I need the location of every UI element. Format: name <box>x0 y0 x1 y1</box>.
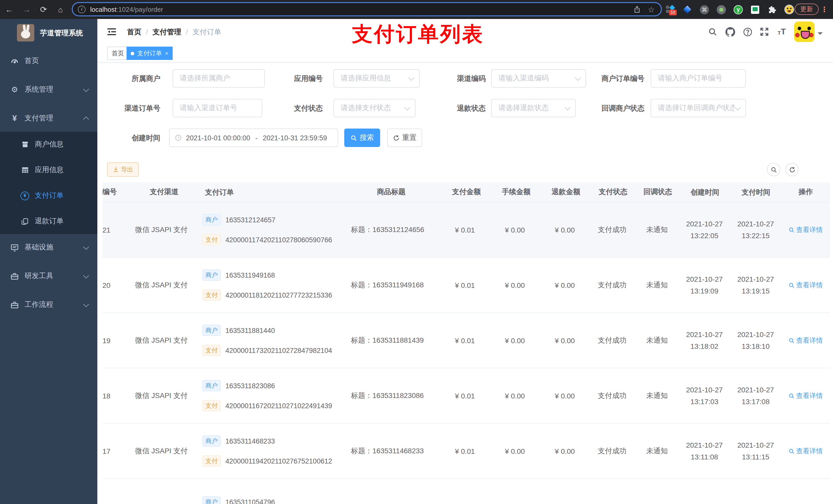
col-id: 编号 <box>99 188 128 197</box>
col-pay-order: 支付订单 <box>200 182 340 202</box>
col-paid: 支付时间 <box>731 186 782 198</box>
dashboard-icon <box>10 56 19 65</box>
extension-badge-icon[interactable]: 10 <box>666 5 675 14</box>
chevron-down-icon <box>83 272 89 279</box>
search-icon[interactable] <box>708 27 718 37</box>
channel-code-select[interactable]: 请输入渠道编码 <box>491 69 586 88</box>
clock-icon <box>175 134 182 141</box>
col-pay-status: 支付状态 <box>590 188 636 197</box>
fee-amount: ¥ 0.00 <box>489 336 541 344</box>
channel-order-input[interactable]: 请输入渠道订单号 <box>173 99 262 117</box>
view-detail-link[interactable]: 查看详情 <box>788 281 823 290</box>
sidebar-item-payment[interactable]: ¥ 支付管理 <box>0 105 97 131</box>
fullscreen-icon[interactable] <box>759 27 769 37</box>
search-button[interactable]: 搜索 <box>344 128 380 147</box>
created-time: 2021-10-2713:18:02 <box>679 329 730 352</box>
browser-home-icon[interactable]: ⌂ <box>55 5 66 14</box>
avatar-caret-icon[interactable] <box>818 32 823 38</box>
view-detail-link[interactable]: 查看详情 <box>788 225 823 234</box>
refund-status-select[interactable]: 请选择退款状态 <box>491 99 576 117</box>
reset-button[interactable]: 重置 <box>387 128 422 147</box>
breadcrumb-home[interactable]: 首页 <box>127 28 141 37</box>
extension-kite-icon[interactable] <box>683 5 692 14</box>
product-title: 标题：1635312124656 <box>338 225 441 234</box>
sidebar-item-home[interactable]: 首页 <box>0 48 97 74</box>
tag-pay-order[interactable]: 支付订单× <box>126 47 173 60</box>
toggle-search-button[interactable] <box>767 163 780 176</box>
notify-status: 未通知 <box>635 447 679 456</box>
profile-emoji-avatar[interactable] <box>784 5 794 14</box>
sidebar-item-label: 基础设施 <box>25 243 53 252</box>
browser-reload-icon[interactable]: ⟳ <box>39 5 49 14</box>
sidebar-item-merchant-info[interactable]: 商户信息 <box>0 131 97 157</box>
sidebar-item-refund-order[interactable]: 退款订单 <box>0 209 97 234</box>
view-detail-link[interactable]: 查看详情 <box>788 336 823 345</box>
sidebar-item-label: 首页 <box>25 56 39 66</box>
collapse-sidebar-icon[interactable] <box>106 27 117 37</box>
sidebar-item-infrastructure[interactable]: 基础设施 <box>0 234 97 261</box>
merchant-order-no: 1635311468233 <box>225 437 275 445</box>
share-icon[interactable] <box>633 5 641 13</box>
extension-record-icon[interactable] <box>717 5 726 14</box>
pay-order-cell: 商户 1635311823086 支付 42000011672021102710… <box>197 380 338 411</box>
merchant-order-input[interactable]: 请输入商户订单编号 <box>651 69 746 88</box>
github-icon[interactable] <box>725 27 735 37</box>
sidebar-item-dev-tools[interactable]: 研发工具 <box>0 263 97 289</box>
yen-icon: ¥ <box>10 114 19 123</box>
sidebar: 芋道管理系统 首页 ⚙ 系统管理 ¥ 支付管理 商户信息 <box>0 19 97 504</box>
extension-command-icon[interactable]: ⌘ <box>700 5 709 14</box>
order-id: 19 <box>102 336 125 344</box>
view-detail-link[interactable]: 查看详情 <box>788 447 823 456</box>
refresh-button[interactable] <box>785 163 799 176</box>
site-info-icon[interactable]: i <box>78 5 86 13</box>
sidebar-item-pay-order[interactable]: ¥ 支付订单 <box>0 183 97 209</box>
channel-pay-no: 4200001167202110271022491439 <box>225 402 332 409</box>
merchant-order-no: 1635312124657 <box>225 216 276 223</box>
bookmark-star-icon[interactable]: ☆ <box>648 5 655 13</box>
created-time: 2021-10-2713:22:05 <box>679 218 730 241</box>
browser-forward-icon[interactable]: → <box>22 5 32 14</box>
extension-chat-icon[interactable] <box>751 5 760 14</box>
browser-update-button[interactable]: 更新 <box>794 4 819 15</box>
table-row: 18 微信 JSAPI 支付 商户 1635311823086 支付 42000… <box>102 368 830 424</box>
pay-channel: 微信 JSAPI 支付 <box>125 225 197 234</box>
channel-pay-no: 4200001181202110277723215336 <box>225 291 332 299</box>
actions-cell: 查看详情 <box>781 391 830 400</box>
app-select[interactable]: 请选择应用信息 <box>334 69 420 88</box>
user-avatar[interactable] <box>794 22 814 42</box>
sidebar-item-workflow[interactable]: 工作流程 <box>0 291 97 318</box>
pay-status-select[interactable]: 请选择支付状态 <box>334 99 415 117</box>
sidebar-item-label: 支付管理 <box>25 114 53 123</box>
view-detail-link[interactable]: 查看详情 <box>788 391 823 400</box>
tag-home[interactable]: 首页 <box>107 47 128 60</box>
pay-status: 支付成功 <box>589 225 635 234</box>
merchant-input[interactable]: 请选择所属商户 <box>173 69 265 88</box>
callback-status-select[interactable]: 请选择订单回调商户状态 <box>651 99 746 117</box>
order-id: 20 <box>102 281 125 289</box>
sidebar-item-label: 应用信息 <box>35 165 64 175</box>
pay-status: 支付成功 <box>589 391 635 400</box>
breadcrumb-pay-mgmt[interactable]: 支付管理 <box>153 28 181 37</box>
extension-y-icon[interactable]: y <box>734 5 743 14</box>
pay-tag: 支付 <box>203 234 221 245</box>
merchant-tag: 商户 <box>203 496 221 504</box>
toolbox-icon <box>10 272 19 281</box>
pay-tag: 支付 <box>203 289 221 301</box>
actions-cell: 查看详情 <box>781 281 830 290</box>
extensions-puzzle-icon[interactable] <box>767 5 777 14</box>
fee-amount: ¥ 0.00 <box>489 391 541 400</box>
sidebar-item-app-info[interactable]: 应用信息 <box>0 157 97 183</box>
help-icon[interactable] <box>742 27 753 37</box>
sidebar-item-system[interactable]: ⚙ 系统管理 <box>0 76 97 103</box>
font-size-icon[interactable]: TT <box>777 27 787 37</box>
browser-back-icon[interactable]: ← <box>4 5 14 14</box>
address-bar[interactable]: i localhost:1024/pay/order ☆ <box>72 2 662 16</box>
browser-menu-icon[interactable]: ⋮ <box>821 4 828 15</box>
table-row: 商户 1635311054796 <box>102 479 830 504</box>
export-button[interactable]: 导出 <box>107 162 139 177</box>
close-tag-icon[interactable]: × <box>165 50 168 56</box>
app-logo-row[interactable]: 芋道管理系统 <box>0 19 97 48</box>
created-time: 2021-10-2713:19:09 <box>679 273 730 297</box>
date-range-input[interactable]: 2021-10-01 00:00:00 - 2021-10-31 23:59:5… <box>169 128 338 147</box>
product-title: 标题：1635311823086 <box>338 391 441 400</box>
